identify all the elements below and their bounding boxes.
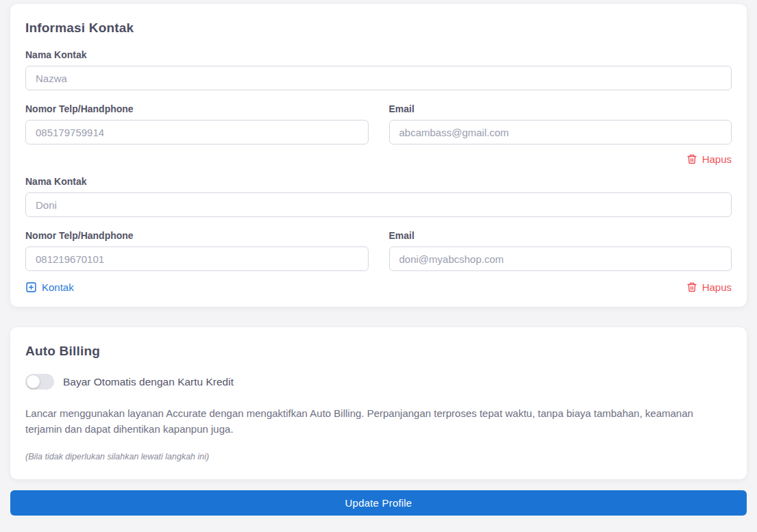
profile-settings-page: Informasi Kontak Nama Kontak Nomor Telp/… [0, 0, 757, 532]
contact-1-email-field: Email [389, 103, 732, 144]
contact-card-title: Informasi Kontak [25, 21, 732, 36]
delete-contact-1-button[interactable]: Hapus [686, 153, 732, 165]
contact-2-phone-input[interactable] [25, 246, 369, 271]
add-contact-button[interactable]: Kontak [25, 281, 74, 293]
contact-2-name-input[interactable] [25, 192, 732, 217]
contact-2-name-label: Nama Kontak [25, 176, 732, 187]
contact-1-email-input[interactable] [389, 120, 732, 144]
update-profile-button[interactable]: Update Profile [10, 490, 747, 516]
contact-1-phone-field: Nomor Telp/Handphone [25, 103, 369, 144]
auto-billing-title: Auto Billing [25, 344, 732, 359]
trash-icon [686, 281, 697, 293]
add-contact-label: Kontak [42, 281, 74, 293]
contact-1-email-label: Email [389, 103, 732, 114]
auto-billing-description: Lancar menggunakan layanan Accurate deng… [25, 406, 732, 437]
auto-billing-toggle[interactable] [25, 374, 54, 390]
contact-info-card: Informasi Kontak Nama Kontak Nomor Telp/… [10, 4, 747, 307]
contact-2-phone-field: Nomor Telp/Handphone [25, 230, 369, 271]
contact-1-actions: Hapus [25, 153, 732, 165]
contact-2-phone-label: Nomor Telp/Handphone [25, 230, 369, 241]
contact-2-email-field: Email [389, 230, 732, 271]
trash-icon [686, 153, 697, 165]
delete-contact-1-label: Hapus [702, 153, 732, 165]
delete-contact-2-label: Hapus [702, 281, 732, 293]
auto-billing-toggle-row: Bayar Otomatis dengan Kartu Kredit [25, 374, 732, 390]
contact-2-name-field: Nama Kontak [25, 176, 732, 217]
contact-1-name-field: Nama Kontak [25, 49, 732, 90]
contact-1-phone-input[interactable] [25, 120, 369, 144]
plus-square-icon [25, 281, 37, 293]
contact-1-phone-email-row: Nomor Telp/Handphone Email [25, 103, 732, 144]
contact-2-email-label: Email [389, 230, 732, 241]
contact-2-email-input[interactable] [389, 246, 732, 271]
delete-contact-2-button[interactable]: Hapus [686, 281, 732, 293]
contact-1-name-input[interactable] [25, 66, 732, 90]
auto-billing-card: Auto Billing Bayar Otomatis dengan Kartu… [10, 327, 747, 479]
auto-billing-toggle-label: Bayar Otomatis dengan Kartu Kredit [63, 376, 234, 388]
contact-2-phone-email-row: Nomor Telp/Handphone Email [25, 230, 732, 271]
contact-1-name-label: Nama Kontak [25, 49, 732, 60]
contact-entry-2: Nama Kontak Nomor Telp/Handphone Email [25, 176, 732, 293]
auto-billing-note: (Bila tidak diperlukan silahkan lewati l… [25, 452, 732, 461]
toggle-knob [27, 375, 40, 388]
contact-2-actions: Kontak Hapus [25, 281, 732, 293]
contact-1-phone-label: Nomor Telp/Handphone [25, 103, 369, 114]
contact-entry-1: Nama Kontak Nomor Telp/Handphone Email [25, 49, 732, 165]
